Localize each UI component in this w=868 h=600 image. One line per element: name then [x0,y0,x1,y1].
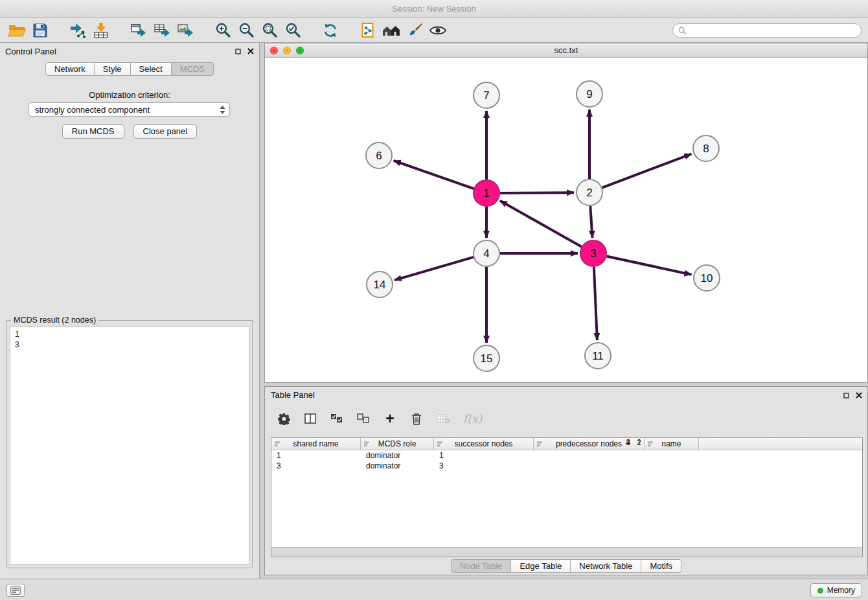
graph-node-3[interactable]: 3 [580,240,606,266]
network-window-titlebar[interactable]: × − + scc.txt [265,43,867,58]
search-input[interactable] [690,26,856,35]
tab-motifs[interactable]: Motifs [641,559,681,573]
table-panel-title: Table Panel [271,390,315,400]
show-graphics-details-button[interactable] [426,20,450,41]
memory-button[interactable]: Memory [810,583,862,597]
export-network-button[interactable] [127,20,150,41]
svg-text:7: 7 [483,89,489,102]
network-window-zoom-button[interactable]: + [296,47,304,54]
style-brush-button[interactable] [403,20,426,41]
table-cell[interactable]: 3 [434,461,488,470]
columns-icon [304,413,316,424]
zoom-in-button[interactable] [211,20,234,41]
edge-2-8[interactable] [602,154,692,188]
network-canvas[interactable]: 7968124314101511 [265,58,867,384]
tab-network-table[interactable]: Network Table [571,559,641,573]
control-panel-close-button[interactable] [247,47,254,56]
table-row[interactable]: 3dominator323 [271,461,862,471]
graph-node-14[interactable]: 14 [367,271,393,297]
tab-select[interactable]: Select [131,62,172,76]
search-box[interactable] [672,23,862,38]
column-header-shared-name[interactable]: shared name [271,438,361,450]
main-toolbar [0,18,868,43]
edge-3-11[interactable] [594,267,597,340]
table-panel-float-button[interactable] [843,391,849,400]
column-header-label: successor nodes [454,439,512,448]
network-view-window: × − + scc.txt 7968124314101511 [264,43,868,383]
table-cell[interactable]: 3 [271,461,361,470]
tab-edge-table[interactable]: Edge Table [511,559,571,573]
right-area: × − + scc.txt 7968124314101511 T [264,43,868,579]
result-item[interactable]: 1 [15,329,244,340]
network-window-minimize-button[interactable]: − [283,47,291,54]
column-header-successor-nodes[interactable]: successor nodes [434,438,534,450]
graph-node-11[interactable]: 11 [585,343,611,369]
export-image-button[interactable] [174,20,197,41]
export-table-button[interactable] [150,20,174,41]
function-builder-button: f(x) [463,412,482,425]
graph-node-7[interactable]: 7 [474,82,499,108]
import-network-button[interactable] [66,20,89,41]
edge-1-6[interactable] [394,161,474,189]
table-cell[interactable]: 1 [434,451,488,460]
home-icon [382,22,401,39]
deselect-all-button[interactable] [357,413,370,424]
select-stepper-icon [220,106,225,114]
graph-node-2[interactable]: 2 [577,179,602,205]
table-cell[interactable]: dominator [361,461,434,470]
edge-3-1[interactable] [500,201,582,247]
save-session-button[interactable] [29,20,52,41]
graph-node-1[interactable]: 1 [474,180,499,206]
graph-node-9[interactable]: 9 [577,81,602,107]
tab-mcds[interactable]: MCDS [172,62,214,76]
column-header-MCDS-role[interactable]: MCDS role [361,438,434,450]
graph-node-15[interactable]: 15 [474,345,499,371]
table-body[interactable]: 1dominator4113dominator323 [271,450,862,547]
table-cell[interactable]: dominator [361,451,434,460]
network-window-close-button[interactable]: × [270,47,278,54]
graph-node-6[interactable]: 6 [366,143,392,168]
result-item[interactable]: 3 [15,340,244,350]
table-settings-button[interactable] [277,413,290,425]
zoom-out-button[interactable] [234,20,258,41]
svg-text:15: 15 [481,352,493,365]
show-columns-button[interactable] [304,413,317,424]
control-panel-float-button[interactable] [235,47,241,56]
graph-node-4[interactable]: 4 [474,240,499,266]
table-panel-close-button[interactable] [856,391,862,400]
export-network-icon [130,22,147,39]
graph-node-8[interactable]: 8 [693,135,719,161]
tab-network[interactable]: Network [45,62,95,76]
add-column-button[interactable]: + [383,412,396,425]
run-mcds-button[interactable]: Run MCDS [62,124,124,139]
mcds-result-list[interactable]: 13 [10,327,249,565]
duplicate-network-button[interactable] [356,20,380,41]
svg-text:10: 10 [701,272,713,284]
open-session-button[interactable] [5,20,29,41]
edge-2-3[interactable] [590,206,592,238]
table-cell[interactable]: 2 [536,450,646,547]
network-window-title: scc.txt [554,45,578,55]
select-all-button[interactable] [330,413,343,424]
deselect-all-checkboxes-icon [357,413,370,424]
column-header-name[interactable]: name [645,438,699,450]
tab-style[interactable]: Style [95,62,131,76]
delete-column-button[interactable] [410,413,423,425]
toggle-panel-button[interactable] [6,584,25,597]
edge-3-10[interactable] [607,257,692,275]
table-cell[interactable]: 1 [271,451,361,460]
close-panel-button[interactable]: Close panel [133,124,198,139]
refresh-view-button[interactable] [319,20,342,41]
edge-1-2[interactable] [500,192,574,193]
control-panel-tabs: NetworkStyleSelectMCDS [0,62,259,76]
graph-node-10[interactable]: 10 [694,265,720,291]
import-table-button[interactable] [89,20,113,41]
tab-node-table[interactable]: Node Table [451,559,512,573]
optimization-criterion-select[interactable]: strongly connected component [29,102,230,117]
edge-4-14[interactable] [394,257,474,280]
zoom-selected-button[interactable] [281,20,304,41]
home-button[interactable] [380,20,403,41]
duplicate-network-icon [360,22,376,39]
zoom-fit-button[interactable] [258,20,281,41]
eye-icon [429,24,447,37]
